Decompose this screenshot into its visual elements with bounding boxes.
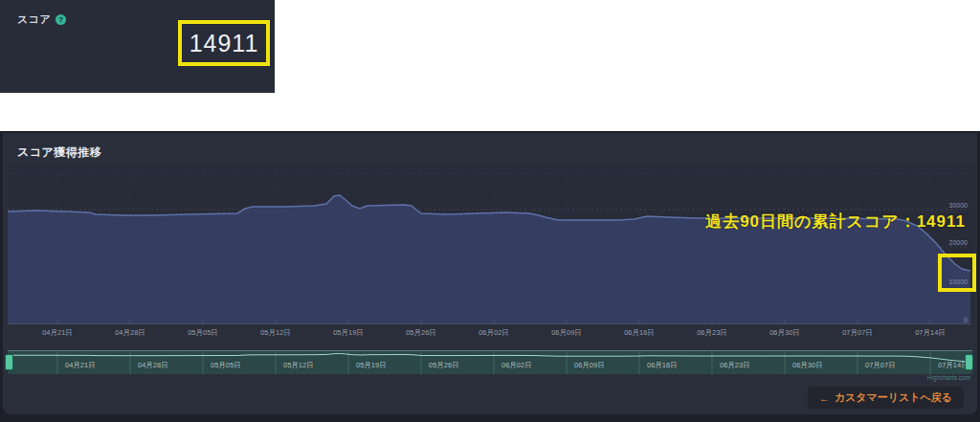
navigator-date-label: 07月07日: [865, 361, 896, 370]
x-axis-label: 05月19日: [333, 328, 364, 338]
score-label: スコア: [17, 12, 51, 27]
navigator-date-label: 04月28日: [138, 361, 168, 370]
navigator-date-label: 06月16日: [647, 361, 678, 370]
navigator-date-label: 06月02日: [501, 361, 532, 370]
chart-panel-outer: スコア獲得推移 3000020000100000 04月21日04月28日05月…: [0, 131, 980, 422]
navigator-date-label: 06月30日: [792, 361, 823, 370]
highcharts-credit: Highcharts.com: [927, 374, 970, 381]
x-axis-label: 05月12日: [260, 328, 291, 338]
chart-title: スコア獲得推移: [17, 144, 101, 161]
navigator-date-label: 04月21日: [65, 361, 96, 370]
back-to-customer-list-button[interactable]: ← カスタマーリストへ戻る: [808, 387, 964, 409]
chart-card: スコア獲得推移 3000020000100000 04月21日04月28日05月…: [3, 133, 977, 414]
x-axis-label: 04月28日: [115, 328, 145, 338]
navigator-handle-right[interactable]: [965, 354, 973, 370]
back-button-label: カスタマーリストへ戻る: [835, 390, 952, 405]
y-axis-label: 30000: [949, 202, 968, 209]
x-axis-label: 07月07日: [842, 328, 873, 338]
x-axis-label: 06月09日: [551, 328, 582, 338]
score-card: スコア ? 14911: [0, 0, 275, 93]
back-arrow-icon: ←: [819, 392, 830, 404]
score-area-chart[interactable]: [8, 169, 970, 324]
x-axis-label: 07月14日: [915, 328, 946, 338]
x-axis-label: 06月16日: [624, 328, 655, 338]
navigator-date-label: 05月19日: [356, 361, 387, 370]
navigator-handle-left[interactable]: [5, 354, 13, 370]
help-icon[interactable]: ?: [56, 14, 66, 25]
x-axis-label: 06月23日: [697, 328, 727, 338]
navigator-date-label: 05月05日: [211, 361, 241, 370]
x-axis-label: 06月30日: [769, 328, 800, 338]
x-axis-label: 04月21日: [42, 328, 73, 338]
y-axis-label: 20000: [949, 239, 968, 246]
navigator-date-label: 05月26日: [429, 361, 459, 370]
navigator-date-label: 06月23日: [720, 361, 750, 370]
score-highlight-box: 14911: [178, 20, 270, 66]
score-value: 14911: [189, 30, 259, 57]
x-axis-label: 06月02日: [479, 328, 509, 338]
y-axis-label: 0: [964, 317, 968, 323]
navigator-date-label: 05月12日: [283, 361, 314, 370]
chart-end-highlight-box: [938, 254, 976, 292]
x-axis-label: 05月26日: [406, 328, 436, 338]
navigator-date-label: 06月09日: [574, 361, 605, 370]
cumulative-score-annotation: 過去90日間の累計スコア：14911: [705, 211, 966, 233]
x-axis-label: 05月05日: [188, 328, 218, 338]
navigator-date-label: 07月14日: [938, 361, 969, 370]
score-label-row: スコア ?: [17, 12, 66, 27]
